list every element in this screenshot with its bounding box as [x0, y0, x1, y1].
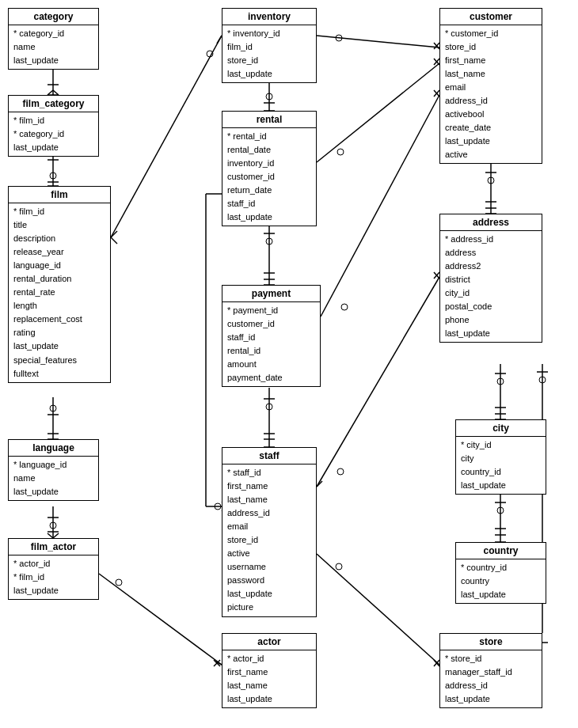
field-category-2: last_update: [13, 54, 93, 67]
entity-film_category: film_category* film_id* category_idlast_…: [8, 95, 99, 157]
field-address-2: address2: [445, 260, 537, 273]
entity-address: address* address_idaddressaddress2distri…: [439, 214, 542, 343]
field-film_category-1: * category_id: [13, 127, 93, 141]
field-category-1: name: [13, 40, 93, 54]
svg-point-52: [341, 304, 348, 310]
field-rental-4: return_date: [227, 184, 311, 197]
entity-body-rental: * rental_idrental_dateinventory_idcustom…: [222, 128, 316, 226]
entity-body-country: * country_idcountrylast_update: [456, 559, 546, 603]
svg-line-53: [434, 90, 439, 97]
svg-point-10: [50, 173, 56, 179]
field-address-0: * address_id: [445, 233, 537, 246]
field-address-3: district: [445, 273, 537, 286]
svg-line-94: [434, 660, 439, 666]
svg-point-76: [337, 468, 344, 475]
erd-diagram: category* category_idnamelast_updatefilm…: [0, 0, 578, 728]
entity-city: city* city_idcitycountry_idlast_update: [455, 419, 546, 495]
field-rental-2: inventory_id: [227, 157, 311, 170]
entity-body-category: * category_idnamelast_update: [9, 25, 98, 69]
field-customer-3: last_name: [445, 67, 537, 81]
field-payment-4: amount: [227, 358, 315, 371]
field-film_actor-2: last_update: [13, 584, 93, 597]
svg-point-47: [266, 238, 272, 245]
svg-line-73: [317, 277, 439, 487]
field-film_actor-0: * actor_id: [13, 557, 93, 571]
entity-body-language: * language_idnamelast_update: [9, 457, 98, 500]
entity-body-film: * film_idtitledescriptionrelease_yearlan…: [9, 203, 110, 382]
entity-actor: actor* actor_idfirst_namelast_namelast_u…: [222, 633, 317, 708]
svg-line-75: [317, 481, 322, 487]
field-film-6: rental_rate: [13, 286, 105, 299]
entity-header-film: film: [9, 187, 110, 203]
field-film-11: special_features: [13, 354, 105, 367]
field-store-0: * store_id: [445, 652, 537, 665]
field-staff-7: username: [227, 560, 311, 574]
svg-point-100: [336, 35, 342, 41]
svg-point-38: [266, 93, 272, 100]
entity-body-film_category: * film_id* category_idlast_update: [9, 112, 98, 156]
svg-line-34: [111, 231, 117, 237]
entity-body-address: * address_idaddressaddress2districtcity_…: [440, 231, 542, 342]
field-address-1: address: [445, 246, 537, 260]
entity-inventory: inventory* inventory_idfilm_idstore_idla…: [222, 8, 317, 83]
field-inventory-1: film_id: [227, 40, 311, 54]
field-film-12: fulltext: [13, 367, 105, 381]
svg-line-27: [214, 660, 220, 666]
entity-header-customer: customer: [440, 9, 542, 25]
entity-header-film_actor: film_actor: [9, 539, 98, 555]
field-city-2: country_id: [461, 465, 541, 479]
field-customer-8: last_update: [445, 135, 537, 148]
svg-line-26: [214, 660, 220, 666]
field-film-1: title: [13, 218, 105, 232]
field-film_category-0: * film_id: [13, 114, 93, 127]
field-customer-6: activebool: [445, 108, 537, 121]
svg-line-24: [99, 574, 222, 665]
field-customer-9: active: [445, 148, 537, 161]
entity-film: film* film_idtitledescriptionrelease_yea…: [8, 186, 111, 383]
svg-point-81: [497, 378, 504, 385]
svg-point-14: [50, 405, 56, 411]
entity-header-country: country: [456, 543, 546, 559]
entity-language: language* language_idnamelast_update: [8, 439, 99, 501]
entity-header-film_category: film_category: [9, 96, 98, 112]
entity-header-address: address: [440, 214, 542, 231]
svg-point-69: [488, 177, 494, 184]
field-film_category-2: last_update: [13, 141, 93, 154]
field-staff-0: * staff_id: [227, 466, 311, 480]
field-language-1: name: [13, 472, 93, 485]
field-address-5: postal_code: [445, 300, 537, 313]
svg-line-43: [434, 59, 439, 65]
field-staff-9: last_update: [227, 587, 311, 601]
entity-body-city: * city_idcitycountry_idlast_update: [456, 437, 546, 494]
field-address-6: phone: [445, 313, 537, 327]
svg-line-44: [434, 59, 439, 65]
svg-line-99: [317, 36, 439, 47]
field-film-9: rating: [13, 326, 105, 339]
field-staff-5: store_id: [227, 533, 311, 547]
field-store-1: manager_staff_id: [445, 665, 537, 679]
svg-line-101: [434, 43, 439, 49]
svg-line-33: [111, 237, 117, 244]
field-rental-5: staff_id: [227, 197, 311, 210]
entity-body-staff: * staff_idfirst_namelast_nameaddress_ide…: [222, 464, 316, 616]
field-category-0: * category_id: [13, 27, 93, 40]
entity-customer: customer* customer_idstore_idfirst_namel…: [439, 8, 542, 164]
field-film-0: * film_id: [13, 205, 105, 218]
entity-header-city: city: [456, 420, 546, 437]
entity-header-staff: staff: [222, 448, 316, 464]
field-country-1: country: [461, 574, 541, 588]
field-staff-3: address_id: [227, 506, 311, 520]
field-payment-2: staff_id: [227, 331, 315, 344]
field-staff-10: picture: [227, 601, 311, 614]
field-staff-6: active: [227, 547, 311, 560]
field-payment-1: customer_id: [227, 317, 315, 331]
field-rental-1: rental_date: [227, 143, 311, 157]
field-film-5: rental_duration: [13, 272, 105, 286]
field-customer-2: first_name: [445, 54, 537, 67]
field-film-8: replacement_cost: [13, 313, 105, 326]
field-customer-1: store_id: [445, 40, 537, 54]
entity-header-store: store: [440, 634, 542, 650]
svg-line-29: [111, 36, 222, 237]
entity-staff: staff* staff_idfirst_namelast_nameaddres…: [222, 447, 317, 617]
svg-point-25: [116, 579, 122, 586]
